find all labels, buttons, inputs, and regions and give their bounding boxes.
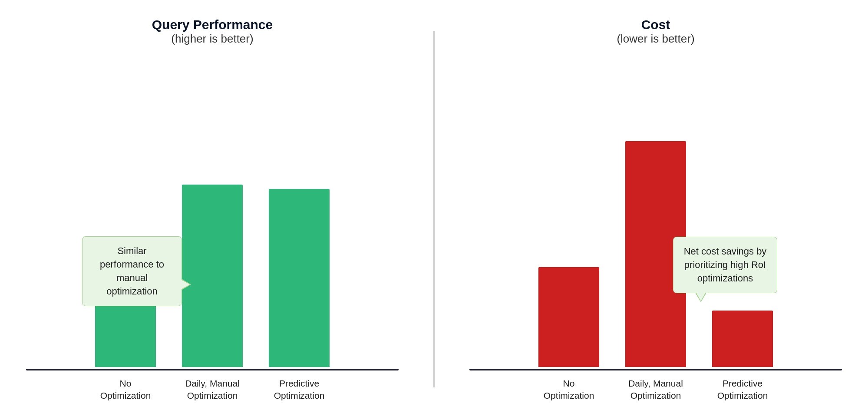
cost-chart-section: Cost (lower is better) Net cost sa	[469, 17, 842, 401]
cost-bar-group-3: Net cost savings by prioritizing high Ro…	[712, 311, 773, 367]
cost-bubble: Net cost savings by prioritizing high Ro…	[673, 237, 777, 293]
cost-label-3: Predictive Optimization	[712, 377, 773, 401]
performance-bar-1	[95, 298, 156, 367]
cost-title-main: Cost	[617, 17, 694, 32]
bubble-arrow-fill	[181, 280, 190, 289]
performance-bar-2	[182, 185, 243, 367]
cost-chart-title: Cost (lower is better)	[617, 17, 694, 46]
performance-bar-3	[269, 189, 330, 367]
performance-bar-group-1	[95, 298, 156, 367]
performance-labels-row: No Optimization Daily, Manual Optimizati…	[26, 370, 399, 401]
cost-bar-1	[538, 267, 599, 367]
performance-chart-area: Similar performance to manual optimizati…	[26, 54, 399, 401]
cost-bubble-text: Net cost savings by prioritizing high Ro…	[684, 246, 767, 284]
cost-chart-area: Net cost savings by prioritizing high Ro…	[469, 54, 842, 401]
cost-label-2: Daily, Manual Optimization	[625, 377, 686, 401]
charts-container: Query Performance (higher is better) Sim…	[0, 0, 868, 410]
performance-bubble: Similar performance to manual optimizati…	[82, 236, 182, 306]
performance-bubble-text: Similar performance to manual optimizati…	[100, 245, 164, 296]
chart-divider	[433, 31, 435, 387]
cost-bar-3	[712, 311, 773, 367]
cost-title-sub: (lower is better)	[617, 32, 694, 46]
cost-labels-row: No Optimization Daily, Manual Optimizati…	[469, 370, 842, 401]
cost-bars-wrapper: Net cost savings by prioritizing high Ro…	[469, 54, 842, 369]
performance-chart-section: Query Performance (higher is better) Sim…	[26, 17, 399, 401]
performance-bar-group-2: Similar performance to manual optimizati…	[182, 185, 243, 367]
cost-label-1: No Optimization	[538, 377, 599, 401]
performance-label-2: Daily, Manual Optimization	[182, 377, 243, 401]
performance-title-main: Query Performance	[152, 17, 273, 32]
performance-title-sub: (higher is better)	[152, 32, 273, 46]
performance-label-1: No Optimization	[95, 377, 156, 401]
performance-bar-group-3	[269, 189, 330, 367]
performance-label-3: Predictive Optimization	[269, 377, 330, 401]
cost-bar-group-1	[538, 267, 599, 367]
performance-bars-wrapper: Similar performance to manual optimizati…	[26, 54, 399, 369]
cost-bubble-arrow-fill	[696, 292, 706, 301]
performance-chart-title: Query Performance (higher is better)	[152, 17, 273, 46]
